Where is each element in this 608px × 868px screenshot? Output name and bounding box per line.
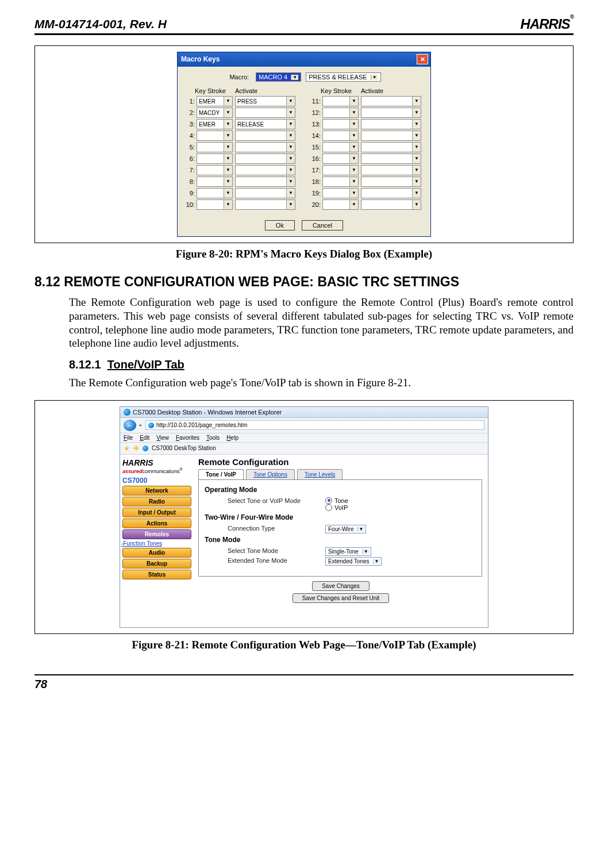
sidebar-item-actions[interactable]: Actions [122, 519, 191, 528]
macro-row: 4:▼▼ [183, 130, 299, 141]
save-reset-button[interactable]: Save Changes and Reset Unit [293, 593, 390, 603]
row-wire: Connection Type Four-Wire▼ [228, 525, 476, 533]
browser-favbar: ★ ✚ CS7000 DeskTop Station [120, 443, 488, 455]
select-ext-tone[interactable]: Extended Tones▼ [325, 557, 382, 566]
activate-select[interactable]: ▼ [361, 165, 421, 175]
keystroke-select[interactable]: ▼ [197, 199, 233, 210]
activate-select[interactable]: ▼ [361, 96, 421, 106]
macro-row: 14:▼▼ [309, 130, 425, 141]
keystroke-value: EMER [199, 98, 216, 105]
address-bar[interactable]: http://10.0.0.201/page_remotes.htm [145, 420, 484, 430]
head-activate-right: Activate [361, 87, 383, 94]
row-num: 13: [309, 121, 322, 128]
macro-select[interactable]: MACRO 4 [256, 72, 301, 82]
radio-tone[interactable]: Tone [325, 497, 348, 504]
macro-col-left: Key Stroke Activate 1:EMER▼PRESS▼2:MACDY… [183, 87, 299, 211]
figure-8-21-frame: CS7000 Desktop Station - Windows Interne… [34, 400, 574, 634]
sidebar-item-remotes[interactable]: Remotes [122, 529, 191, 539]
keystroke-select[interactable]: ▼ [322, 199, 359, 210]
sidebar-item-input-output[interactable]: Input / Output [122, 508, 191, 517]
activate-select[interactable]: ▼ [361, 188, 421, 198]
back-icon[interactable]: ← [124, 420, 136, 431]
keystroke-select[interactable]: ▼ [197, 153, 233, 164]
press-release-select[interactable]: PRESS & RELEASE [306, 72, 380, 82]
keystroke-select[interactable]: ▼ [197, 142, 233, 152]
activate-select[interactable]: ▼ [235, 142, 295, 152]
keystroke-select[interactable]: ▼ [322, 119, 359, 129]
chevron-down-icon: ▼ [412, 120, 421, 129]
select-connection-type[interactable]: Four-Wire▼ [325, 525, 366, 533]
star-add-icon[interactable]: ✚ [133, 444, 139, 452]
dialog-buttons: Ok Cancel [178, 214, 430, 236]
forward-icon[interactable]: ▸ [140, 423, 142, 428]
activate-select[interactable]: RELEASE▼ [235, 119, 295, 129]
keystroke-select[interactable]: EMER▼ [197, 96, 233, 106]
macro-row: 7:▼▼ [183, 165, 299, 175]
activate-select[interactable]: ▼ [361, 176, 421, 187]
keystroke-select[interactable]: ▼ [197, 188, 233, 198]
activate-select[interactable]: ▼ [235, 176, 295, 187]
activate-select[interactable]: PRESS▼ [235, 96, 295, 106]
activate-select[interactable]: ▼ [235, 130, 295, 141]
activate-select[interactable]: ▼ [361, 130, 421, 141]
activate-select[interactable]: ▼ [361, 107, 421, 118]
keystroke-select[interactable]: EMER▼ [197, 119, 233, 129]
keystroke-select[interactable]: ▼ [322, 153, 359, 164]
activate-select[interactable]: ▼ [361, 199, 421, 210]
keystroke-select[interactable]: MACDY▼ [197, 107, 233, 118]
cancel-button[interactable]: Cancel [302, 220, 343, 231]
chevron-down-icon: ▼ [412, 200, 421, 209]
menu-item[interactable]: Edit [140, 435, 149, 441]
keystroke-select[interactable]: ▼ [322, 107, 359, 118]
menu-item[interactable]: Tools [206, 435, 220, 441]
keystroke-select[interactable]: ▼ [322, 188, 359, 198]
radio-voip[interactable]: VoIP [325, 504, 348, 511]
section-8-12-p1: The Remote Configuration web page is use… [69, 295, 574, 350]
sidebar-item-backup[interactable]: Backup [122, 559, 191, 569]
press-release-value: PRESS & RELEASE [309, 74, 367, 80]
keystroke-select[interactable]: ▼ [322, 176, 359, 187]
col-head-right: Key Stroke Activate [309, 87, 425, 94]
activate-select[interactable]: ▼ [361, 153, 421, 164]
activate-select[interactable]: ▼ [235, 188, 295, 198]
save-changes-button[interactable]: Save Changes [312, 581, 370, 591]
chevron-down-icon: ▼ [286, 143, 295, 152]
keystroke-select[interactable]: ▼ [322, 96, 359, 106]
select-tone-mode[interactable]: Single-Tone▼ [325, 547, 371, 556]
close-icon[interactable]: ✕ [417, 54, 428, 64]
activate-select[interactable]: ▼ [235, 165, 295, 175]
tab-tone-voip[interactable]: Tone / VoIP [198, 469, 244, 479]
tab-tone-levels[interactable]: Tone Levels [297, 469, 343, 479]
keystroke-select[interactable]: ▼ [322, 142, 359, 152]
chevron-down-icon: ▼ [412, 131, 421, 140]
sidebar-item-status[interactable]: Status [122, 570, 191, 579]
keystroke-select[interactable]: ▼ [197, 176, 233, 187]
activate-select[interactable]: ▼ [361, 119, 421, 129]
tab-tone-options[interactable]: Tone Options [246, 469, 295, 479]
sidebar-link-function-tones[interactable]: -Function Tones [121, 540, 191, 547]
sidebar-item-audio[interactable]: Audio [122, 548, 191, 558]
activate-value: RELEASE [237, 121, 264, 128]
sidebar-item-network[interactable]: Network [122, 486, 191, 496]
ok-button[interactable]: Ok [265, 220, 295, 231]
keystroke-select[interactable]: ▼ [322, 130, 359, 141]
menu-item[interactable]: File [124, 435, 133, 441]
chevron-down-icon: ▼ [349, 177, 358, 186]
activate-select[interactable]: ▼ [361, 142, 421, 152]
menu-item[interactable]: View [156, 435, 169, 441]
star-icon[interactable]: ★ [124, 444, 130, 452]
chevron-down-icon: ▼ [224, 108, 232, 117]
menu-item[interactable]: Favorites [176, 435, 199, 441]
row-num: 15: [309, 144, 322, 151]
macro-select-value: MACRO 4 [259, 74, 287, 80]
keystroke-select[interactable]: ▼ [197, 165, 233, 175]
sidebar-item-radio[interactable]: Radio [122, 497, 191, 506]
activate-select[interactable]: ▼ [235, 153, 295, 164]
macro-row: 17:▼▼ [309, 165, 425, 175]
activate-select[interactable]: ▼ [235, 107, 295, 118]
keystroke-select[interactable]: ▼ [197, 130, 233, 141]
row-num: 20: [309, 201, 322, 208]
keystroke-select[interactable]: ▼ [322, 165, 359, 175]
activate-select[interactable]: ▼ [235, 199, 295, 210]
menu-item[interactable]: Help [226, 435, 238, 441]
